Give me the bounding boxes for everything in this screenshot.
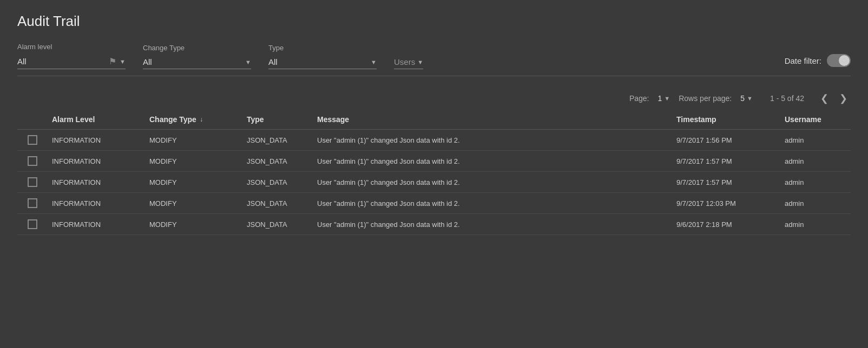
main-container: Audit Trail Alarm level All ⚑ ▼ Change T… [0,0,868,248]
row-change-type: MODIFY [145,178,242,186]
row-type: JSON_DATA [242,199,313,208]
filters-row: Alarm level All ⚑ ▼ Change Type All ▼ Ty… [17,43,851,76]
flag-icon: ⚑ [109,56,116,66]
row-timestamp: 9/7/2017 12:03 PM [672,199,780,208]
change-type-select[interactable]: All ▼ [143,55,251,69]
type-label: Type [268,44,377,52]
alarm-level-filter-group: Alarm level All ⚑ ▼ [17,43,126,69]
row-message: User "admin (1)" changed Json data with … [313,220,672,229]
row-change-type: MODIFY [145,220,242,229]
row-alarm-level: INFORMATION [48,220,145,229]
alarm-level-label: Alarm level [17,43,126,51]
rows-chevron-icon: ▼ [747,95,753,102]
type-filter-group: Type All ▼ [268,44,377,69]
row-username: admin [780,136,851,144]
table-row: INFORMATION MODIFY JSON_DATA User "admin… [17,172,851,193]
table-row: INFORMATION MODIFY JSON_DATA User "admin… [17,130,851,151]
change-type-chevron-icon: ▼ [245,59,251,65]
row-username: admin [780,178,851,186]
col-header-checkbox [17,115,48,124]
pagination-range: 1 - 5 of 42 [770,94,804,103]
row-checkbox[interactable] [28,156,37,166]
type-value: All [268,57,367,66]
row-timestamp: 9/7/2017 1:57 PM [672,178,780,186]
col-header-alarm-level: Alarm Level [48,115,145,124]
table-body: INFORMATION MODIFY JSON_DATA User "admin… [17,130,851,235]
row-timestamp: 9/6/2017 2:18 PM [672,220,780,229]
row-username: admin [780,220,851,229]
table-row: INFORMATION MODIFY JSON_DATA User "admin… [17,151,851,172]
table-row: INFORMATION MODIFY JSON_DATA User "admin… [17,214,851,235]
type-select[interactable]: All ▼ [268,55,377,69]
row-change-type: MODIFY [145,157,242,165]
row-username: admin [780,157,851,165]
rows-select[interactable]: 5 ▼ [740,94,753,103]
sort-down-icon: ↓ [200,116,203,123]
row-checkbox[interactable] [28,198,37,208]
row-type: JSON_DATA [242,136,313,144]
row-timestamp: 9/7/2017 1:56 PM [672,136,780,144]
row-change-type: MODIFY [145,199,242,208]
row-checkbox-cell [17,219,48,229]
next-page-button[interactable]: ❯ [836,91,851,105]
pagination-arrows: ❮ ❯ [817,91,851,105]
row-checkbox[interactable] [28,219,37,229]
toggle-knob [839,55,850,66]
page-value: 1 [658,94,662,103]
change-type-value: All [143,57,242,66]
row-checkbox-cell [17,177,48,187]
page-title: Audit Trail [17,13,851,30]
row-checkbox-cell [17,135,48,145]
row-checkbox[interactable] [28,177,37,187]
row-alarm-level: INFORMATION [48,157,145,165]
row-checkbox[interactable] [28,135,37,145]
users-label-spacer [394,44,423,52]
col-header-change-type[interactable]: Change Type ↓ [145,115,242,124]
row-alarm-level: INFORMATION [48,178,145,186]
audit-table: Alarm Level Change Type ↓ Type Message T… [17,110,851,235]
page-select[interactable]: 1 ▼ [658,94,670,103]
date-filter-group: Date filter: [785,54,851,69]
row-message: User "admin (1)" changed Json data with … [313,178,672,186]
page-label: Page: [629,94,649,103]
row-message: User "admin (1)" changed Json data with … [313,136,672,144]
users-select[interactable]: Users ▼ [394,55,423,69]
prev-page-button[interactable]: ❮ [817,91,832,105]
row-checkbox-cell [17,156,48,166]
row-checkbox-cell [17,198,48,208]
pagination-row: Page: 1 ▼ Rows per page: 5 ▼ 1 - 5 of 42… [17,83,851,110]
col-header-timestamp: Timestamp [672,115,780,124]
row-type: JSON_DATA [242,178,313,186]
rows-label: Rows per page: [679,94,732,103]
table-header: Alarm Level Change Type ↓ Type Message T… [17,110,851,130]
alarm-level-select[interactable]: All ⚑ ▼ [17,54,126,69]
row-alarm-level: INFORMATION [48,199,145,208]
row-type: JSON_DATA [242,220,313,229]
row-change-type: MODIFY [145,136,242,144]
page-chevron-icon: ▼ [664,95,670,102]
row-message: User "admin (1)" changed Json data with … [313,199,672,208]
alarm-level-value: All [17,57,106,66]
change-type-label: Change Type [143,44,251,52]
table-row: INFORMATION MODIFY JSON_DATA User "admin… [17,193,851,214]
rows-value: 5 [740,94,745,103]
col-header-username: Username [780,115,851,124]
change-type-filter-group: Change Type All ▼ [143,44,251,69]
col-header-message: Message [313,115,672,124]
row-timestamp: 9/7/2017 1:57 PM [672,157,780,165]
type-chevron-icon: ▼ [371,59,377,65]
users-value: Users [394,57,415,66]
row-type: JSON_DATA [242,157,313,165]
alarm-level-chevron-icon: ▼ [120,58,126,65]
row-alarm-level: INFORMATION [48,136,145,144]
col-header-type: Type [242,115,313,124]
row-message: User "admin (1)" changed Json data with … [313,157,672,165]
users-chevron-icon: ▼ [417,59,423,65]
row-username: admin [780,199,851,208]
date-filter-label: Date filter: [785,56,821,65]
date-filter-toggle[interactable] [827,54,851,67]
users-filter-group: Users ▼ [394,44,423,69]
